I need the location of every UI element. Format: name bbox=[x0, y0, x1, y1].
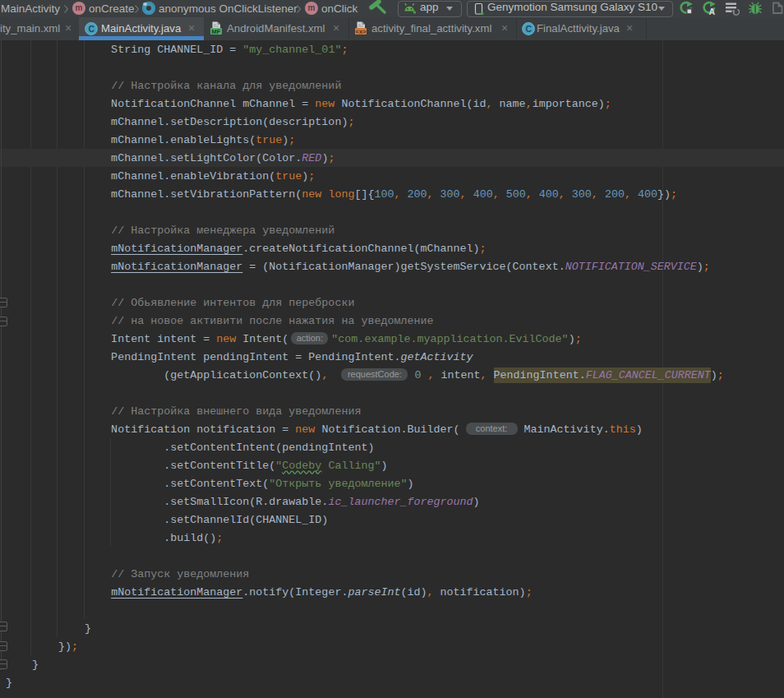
svg-text:A: A bbox=[709, 7, 716, 16]
svg-text:<x>: <x> bbox=[356, 28, 367, 35]
svg-text:C: C bbox=[525, 24, 532, 34]
svg-text:C: C bbox=[88, 24, 95, 34]
svg-text:MF: MF bbox=[212, 28, 221, 35]
